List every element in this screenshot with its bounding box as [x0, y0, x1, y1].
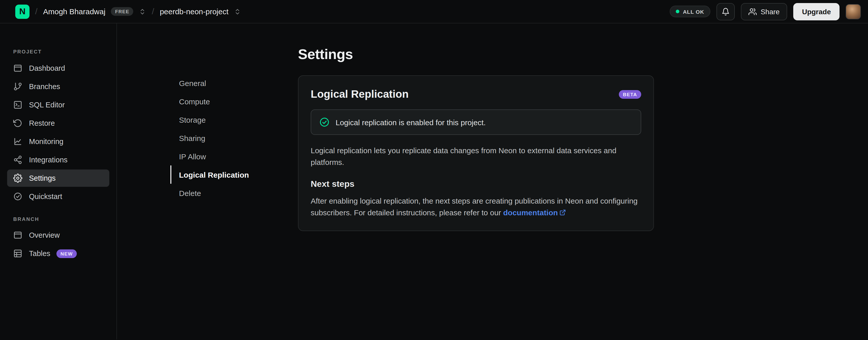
sidebar-item-label: Tables — [29, 249, 50, 258]
check-circle-icon — [319, 117, 330, 127]
restore-icon — [13, 119, 22, 128]
share-button[interactable]: Share — [741, 3, 787, 20]
sidebar-section-branch: BRANCH — [13, 216, 109, 222]
sidebar-item-dashboard[interactable]: Dashboard — [7, 60, 109, 77]
logical-replication-card: Logical Replication BETA Logical replica… — [298, 75, 654, 231]
share-button-label: Share — [761, 7, 780, 16]
replication-description: Logical replication lets you replicate d… — [311, 145, 641, 168]
sidebar-item-label: Monitoring — [29, 137, 63, 146]
settings-content: Settings Logical Replication BETA Logica… — [298, 46, 654, 339]
table-icon — [13, 249, 22, 258]
next-steps-heading: Next steps — [311, 179, 641, 189]
new-badge: NEW — [57, 249, 77, 258]
breadcrumb-divider: / — [35, 6, 37, 17]
documentation-link[interactable]: documentation — [503, 208, 566, 217]
status-pill[interactable]: ALL OK — [670, 6, 710, 17]
sidebar-item-label: Quickstart — [29, 192, 62, 201]
sql-editor-icon — [13, 100, 22, 109]
monitoring-icon — [13, 137, 22, 146]
card-header: Logical Replication BETA — [311, 88, 641, 100]
sidebar-item-label: Dashboard — [29, 64, 65, 72]
main-content: General Compute Storage Sharing IP Allow… — [117, 23, 868, 339]
project-name[interactable]: peerdb-neon-project — [160, 7, 228, 16]
users-icon — [748, 7, 757, 16]
sidebar-item-monitoring[interactable]: Monitoring — [7, 133, 109, 150]
sidebar-item-label: Settings — [29, 174, 56, 182]
breadcrumb-divider: / — [152, 6, 154, 17]
settings-nav: General Compute Storage Sharing IP Allow… — [170, 46, 298, 339]
external-link-icon — [559, 209, 566, 216]
sidebar-item-settings[interactable]: Settings — [7, 169, 109, 187]
upgrade-button[interactable]: Upgrade — [793, 3, 839, 20]
git-branch-icon — [13, 82, 22, 91]
settings-nav-logical-replication[interactable]: Logical Replication — [170, 165, 298, 184]
sidebar-item-label: Integrations — [29, 156, 68, 164]
top-bar-actions: ALL OK Share Upgrade — [670, 3, 861, 20]
sidebar-item-branches[interactable]: Branches — [7, 78, 109, 95]
documentation-link-label: documentation — [503, 208, 558, 217]
next-steps-text-body: After enabling logical replication, the … — [311, 196, 638, 217]
overview-icon — [13, 231, 22, 240]
status-pill-label: ALL OK — [683, 8, 704, 15]
sidebar-item-sql-editor[interactable]: SQL Editor — [7, 96, 109, 114]
upgrade-button-label: Upgrade — [802, 7, 831, 16]
settings-nav-storage[interactable]: Storage — [170, 110, 298, 129]
integrations-icon — [13, 155, 22, 164]
replication-enabled-alert: Logical replication is enabled for this … — [311, 109, 641, 135]
bell-icon — [721, 7, 730, 16]
check-circle-icon — [13, 192, 22, 201]
app-body: PROJECT Dashboard Branches SQL Editor — [0, 23, 868, 339]
user-avatar[interactable] — [846, 4, 861, 19]
settings-nav-sharing[interactable]: Sharing — [170, 129, 298, 147]
settings-nav-general[interactable]: General — [170, 74, 298, 92]
dashboard-icon — [13, 64, 22, 73]
gear-icon — [13, 174, 22, 183]
top-bar: N / Amogh Bharadwaj FREE / peerdb-neon-p… — [0, 0, 868, 23]
settings-nav-compute[interactable]: Compute — [170, 92, 298, 110]
sidebar-item-integrations[interactable]: Integrations — [7, 151, 109, 168]
org-name[interactable]: Amogh Bharadwaj — [43, 7, 105, 16]
org-plan-badge: FREE — [111, 7, 133, 16]
status-ok-dot-icon — [676, 10, 679, 13]
notifications-button[interactable] — [716, 3, 735, 20]
neon-logo-letter: N — [19, 6, 26, 17]
card-title: Logical Replication — [311, 88, 409, 100]
next-steps-text: After enabling logical replication, the … — [311, 195, 641, 218]
org-switcher-chevron-icon[interactable] — [139, 8, 146, 15]
sidebar-item-restore[interactable]: Restore — [7, 115, 109, 132]
sidebar: PROJECT Dashboard Branches SQL Editor — [0, 23, 117, 339]
breadcrumb: N / Amogh Bharadwaj FREE / peerdb-neon-p… — [15, 4, 241, 19]
sidebar-item-overview[interactable]: Overview — [7, 226, 109, 244]
sidebar-item-tables[interactable]: Tables NEW — [7, 245, 109, 262]
settings-nav-delete[interactable]: Delete — [170, 184, 298, 202]
alert-text: Logical replication is enabled for this … — [336, 118, 486, 126]
neon-logo[interactable]: N — [15, 4, 30, 19]
page-title: Settings — [298, 46, 654, 63]
sidebar-item-label: Overview — [29, 231, 60, 239]
sidebar-item-label: SQL Editor — [29, 101, 65, 109]
project-switcher-chevron-icon[interactable] — [234, 8, 241, 15]
beta-badge: BETA — [619, 90, 641, 98]
sidebar-section-project: PROJECT — [13, 49, 109, 54]
settings-nav-ip-allow[interactable]: IP Allow — [170, 147, 298, 165]
neon-console: N / Amogh Bharadwaj FREE / peerdb-neon-p… — [0, 0, 868, 340]
sidebar-item-label: Restore — [29, 119, 55, 127]
sidebar-item-label: Branches — [29, 82, 60, 91]
sidebar-item-quickstart[interactable]: Quickstart — [7, 188, 109, 205]
